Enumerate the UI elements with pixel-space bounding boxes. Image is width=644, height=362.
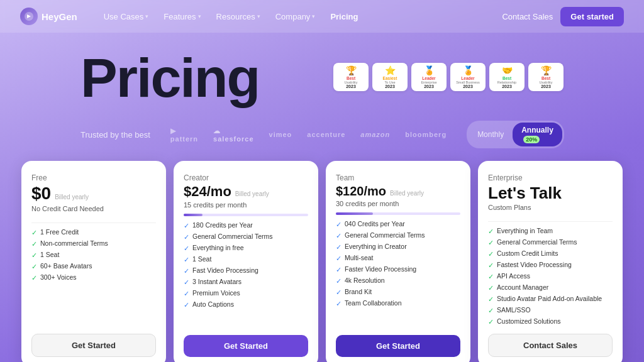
feature-team-3: ✓ Multi-seat [336,254,460,263]
billing-toggle: Monthly Annually 20% [467,121,564,148]
plan-cta-free[interactable]: Get Started [31,334,156,357]
features-team: ✓ 040 Credits per Year ✓ General Commerc… [336,220,460,308]
plan-creator: Creator $24/mo Billed yearly 15 credits … [174,161,318,362]
feature-free-3: ✓ 60+ Base Avatars [31,262,156,271]
feature-creator-5: ✓ 3 Instant Avatars [184,278,308,287]
divider-free [31,222,156,223]
feature-ent-0: ✓ Everything in Team [488,227,613,236]
logo-vimeo: vimeo [269,131,292,138]
navbar: HeyGen Use Cases ▾ Features ▾ Resources … [0,0,644,33]
feature-ent-8: ✓ Customized Solutions [488,317,613,326]
feature-team-4: ✓ Faster Video Processing [336,265,460,274]
feature-team-0: ✓ 040 Credits per Year [336,220,460,229]
plan-note-enterprise: Custom Plans [488,204,613,211]
trusted-bar: Trusted by the best ▶ pattern ☁ salesfor… [0,116,644,153]
plan-team: Team $120/mo Billed yearly 30 credits pe… [326,161,470,362]
feature-ent-3: ✓ Fastest Video Processing [488,261,613,270]
feature-ent-6: ✓ Studio Avatar Paid Add-on Available [488,295,613,304]
get-started-button[interactable]: Get started [560,7,624,26]
plan-name-free: Free [31,173,156,182]
feature-creator-7: ✓ Auto Captions [184,300,308,309]
plan-price-enterprise: Let's Talk [488,185,613,201]
feature-creator-3: ✓ 1 Seat [184,255,308,264]
features-creator: ✓ 180 Credits per Year ✓ General Commerc… [184,221,308,309]
plan-cta-creator[interactable]: Get Started [184,335,308,357]
plan-name-team: Team [336,173,460,182]
trusted-label: Trusted by the best [80,130,150,140]
divider-enterprise [488,221,613,222]
feature-creator-0: ✓ 180 Credits per Year [184,221,308,230]
nav-features[interactable]: Features ▾ [157,8,207,25]
progress-fill-creator [184,214,203,216]
page-title: Pricing [80,50,259,106]
logo-amazon: amazon [360,131,390,138]
feature-ent-1: ✓ General Commercial Terms [488,238,613,247]
feature-team-6: ✓ Brand Kit [336,288,460,297]
feature-free-2: ✓ 1 Seat [31,251,156,260]
badge-relationship: 🤝 Best Relationship 2023 [489,63,525,91]
plan-name-enterprise: Enterprise [488,173,613,182]
badge-easiest: ⭐ Easiest To Use 2023 [372,63,408,91]
plan-billed-free: Billed yearly [55,194,89,200]
billing-annually[interactable]: Annually 20% [513,123,562,146]
progress-creator [184,214,308,216]
plan-billed-team: Billed yearly [390,190,424,197]
pricing-cards: Free $0 Billed yearly No Credit Card Nee… [0,153,644,362]
nav-company[interactable]: Company ▾ [269,8,322,25]
features-enterprise: ✓ Everything in Team ✓ General Commercia… [488,227,613,326]
plan-price-free: $0 [31,185,51,202]
nav-use-cases[interactable]: Use Cases ▾ [97,8,155,25]
logo-text: HeyGen [42,11,77,22]
logo-accenture: accenture [307,131,345,138]
progress-fill-team [336,212,373,215]
plan-cta-enterprise[interactable]: Contact Sales [488,334,613,357]
badge-leader-2: 🏅 Leader Small Business 2023 [450,63,486,91]
nav-resources[interactable]: Resources ▾ [210,8,267,25]
plan-cta-team[interactable]: Get Started [336,335,460,357]
features-free: ✓ 1 Free Credit ✓ Non-commercial Terms ✓… [31,228,156,282]
badge-best-usability-2: 🏆 Best Usability 2023 [528,63,564,91]
feature-free-1: ✓ Non-commercial Terms [31,239,156,248]
hero-section: Pricing 🏆 Best Usability 2023 ⭐ Easiest … [0,33,644,116]
feature-creator-1: ✓ General Commercial Terms [184,233,308,241]
nav-pricing[interactable]: Pricing [324,8,364,25]
feature-creator-6: ✓ Premium Voices [184,289,308,298]
feature-ent-5: ✓ Account Manager [488,283,613,292]
plan-name-creator: Creator [184,173,308,182]
feature-creator-4: ✓ Fast Video Processing [184,266,308,275]
award-badges: 🏆 Best Usability 2023 ⭐ Easiest To Use 2… [333,50,564,91]
feature-free-4: ✓ 300+ Voices [31,273,156,282]
plan-billed-creator: Billed yearly [235,190,269,197]
badge-best-usability: 🏆 Best Usability 2023 [333,63,369,91]
plan-enterprise: Enterprise Let's Talk Custom Plans ✓ Eve… [478,161,623,362]
nav-links: Use Cases ▾ Features ▾ Resources ▾ Compa… [97,8,502,25]
feature-ent-7: ✓ SAML/SSO [488,306,613,315]
feature-team-2: ✓ Everything in Creator [336,243,460,251]
nav-right: Contact Sales Get started [502,7,624,26]
logo-pattern: ▶ pattern [170,127,198,143]
plan-note-free: No Credit Card Needed [31,205,156,212]
plan-credits-creator: 15 credits per month [184,201,308,209]
plan-credits-team: 30 credits per month [336,200,460,207]
logo-salesforce: ☁ salesforce [213,127,253,143]
plan-price-creator: $24/mo [184,185,231,199]
badge-leader-1: 🏅 Leader Enterprise 2023 [411,63,447,91]
feature-ent-4: ✓ API Access [488,272,613,281]
billing-monthly[interactable]: Monthly [469,127,513,142]
feature-team-7: ✓ Team Collaboration [336,299,460,308]
feature-ent-2: ✓ Custom Credit Limits [488,250,613,258]
logo-icon [20,8,38,25]
progress-team [336,212,460,215]
logo-bloomberg: bloomberg [405,131,447,138]
feature-team-5: ✓ 4k Resolution [336,277,460,285]
feature-free-0: ✓ 1 Free Credit [31,228,156,237]
plan-price-team: $120/mo [336,185,386,197]
contact-sales-link[interactable]: Contact Sales [502,12,553,21]
plan-free: Free $0 Billed yearly No Credit Card Nee… [21,161,166,362]
trusted-logos: ▶ pattern ☁ salesforce vimeo accenture a… [170,127,447,143]
feature-creator-2: ✓ Everything in free [184,244,308,253]
feature-team-1: ✓ General Commercial Terms [336,231,460,240]
logo[interactable]: HeyGen [20,8,77,25]
